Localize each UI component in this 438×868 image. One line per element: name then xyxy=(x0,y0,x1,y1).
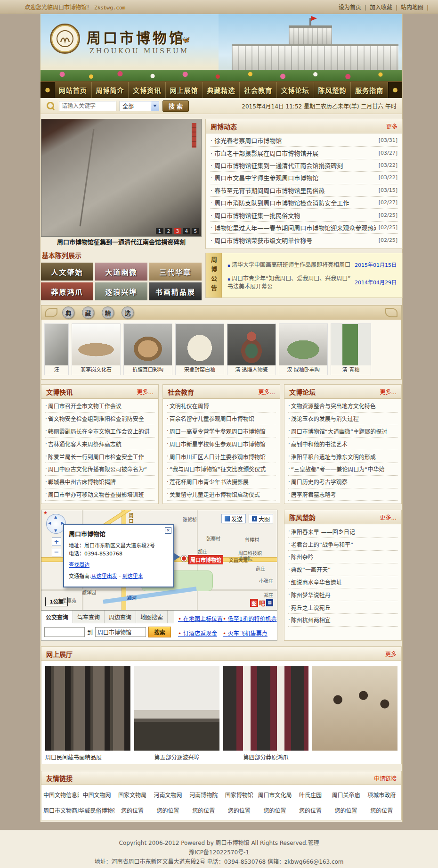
nav-item-education[interactable]: 社会教育 xyxy=(240,82,277,98)
list-item[interactable]: 韩丽霞副局长在全市文物工作会议上的讲 xyxy=(45,425,154,438)
tab-drive-query[interactable]: 驾车查询 xyxy=(73,611,105,623)
nav-item-forum[interactable]: 文博论坛 xyxy=(277,82,314,98)
list-item[interactable]: 淮阳平粮台遗址与豫东文明的形成 xyxy=(288,450,397,463)
list-item[interactable]: 郸城县中州古床博物馆揭牌 xyxy=(45,476,154,488)
news-item[interactable]: 周口市文昌中学师生参观周口市博物馆[03/22] xyxy=(211,172,397,184)
exhibit-tile[interactable]: 逐浪兴埠 xyxy=(95,282,147,300)
hotel-cashback-link[interactable]: 订酒店返现金 xyxy=(178,629,223,637)
nav-item-online-hall[interactable]: 网上展馆 xyxy=(166,82,203,98)
list-item[interactable]: 百余名留守儿童参观周口市博物馆 xyxy=(167,413,276,425)
add-favorite-link[interactable]: 加入收藏 xyxy=(370,4,392,11)
query-destination-input[interactable] xyxy=(95,627,146,637)
friend-link[interactable]: 中国文物网 xyxy=(79,791,115,799)
collection-item[interactable]: 裴李岗文化石 xyxy=(72,323,121,375)
collection-item[interactable]: 折腹直口彩陶 xyxy=(123,323,172,375)
query-from-input[interactable] xyxy=(44,627,85,637)
collection-item[interactable]: 清 透雕人物瓷 xyxy=(227,323,276,375)
slider-page-3[interactable]: 3 xyxy=(174,228,181,234)
news-slider-image[interactable]: 1 2 3 4 5 xyxy=(41,119,202,237)
news-item[interactable]: 周口市博物馆征集到一通清代江南会馆捐资碑刻[03/22] xyxy=(211,159,397,172)
announcement-item[interactable]: 清华大学中国画高研班师生作品展即将亮相周口2015年01月15日 xyxy=(227,260,397,268)
zoom-in-button[interactable]: + xyxy=(52,537,61,546)
manage-link[interactable]: 管理 xyxy=(308,840,319,846)
pan-down-icon[interactable]: ▼ xyxy=(54,529,57,533)
friend-link[interactable]: 周口市文化局 xyxy=(257,791,293,799)
list-item[interactable]: 陈爱兰局长一行到周口市检查安全工作 xyxy=(45,450,154,463)
friend-link[interactable]: 国家博物馆 xyxy=(221,791,257,799)
list-item[interactable]: 老君台上的“战争与和平” xyxy=(288,538,397,551)
friend-link[interactable]: 您的位置 xyxy=(292,806,328,814)
chenfeng-more-link[interactable]: 更多... xyxy=(380,513,397,521)
slider-page-1[interactable]: 1 xyxy=(156,228,163,234)
list-item[interactable]: 陈州杂吟 xyxy=(288,551,397,563)
friend-link[interactable]: 华威民俗博物苑 xyxy=(79,806,115,814)
nav-item-service[interactable]: 服务指南 xyxy=(351,82,388,98)
exhibit-tile[interactable]: 大道幽微 xyxy=(95,263,147,281)
list-item[interactable]: 典故“一画开天” xyxy=(288,563,397,576)
map-marker-label[interactable]: 周口市博物馆 xyxy=(188,555,223,564)
list-item[interactable]: 周口市博物馆“大道幽微”主题展的探讨 xyxy=(288,425,397,438)
nav-item-news[interactable]: 文博资讯 xyxy=(129,82,166,98)
map-fullview-button[interactable]: 大图 xyxy=(249,514,273,523)
friend-link[interactable]: 河南博物院 xyxy=(186,791,221,799)
list-item[interactable]: 周口市举办可移动文物普查摄影培训班 xyxy=(45,488,154,501)
gallery-photo[interactable] xyxy=(223,666,308,751)
list-item[interactable]: 周口历史的考古学观察 xyxy=(288,476,397,488)
slider-page-2[interactable]: 2 xyxy=(165,228,172,234)
search-category-select[interactable]: 全部 xyxy=(120,101,159,111)
collection-item[interactable]: 清 青釉 xyxy=(331,323,371,375)
column-more-link[interactable]: 更多... xyxy=(259,388,275,396)
news-item[interactable]: 市直老干部摄影展在周口市博物馆开展[03/27] xyxy=(211,147,397,159)
map-canvas[interactable]: ★ 张贺桥 张寨村 曾楼村 胡庄 薛庄 周口科技职业学院 小张庄 郑庄 颍河 希… xyxy=(41,510,277,611)
list-item[interactable]: “三皇故都”考——兼论周口为“中华始 xyxy=(288,463,397,476)
list-item[interactable]: 陈州杭州两相宜 xyxy=(288,614,397,627)
tab-bus-query[interactable]: 公交查询 xyxy=(41,611,73,623)
list-item[interactable]: 浅论玉衣的发展与消失过程 xyxy=(288,413,397,425)
nav-item-home[interactable]: 网站首页 xyxy=(55,82,92,98)
friend-link[interactable]: 国家文物局 xyxy=(114,791,150,799)
list-item[interactable]: 周口市召开全市文物工作会议 xyxy=(45,400,154,413)
friend-link[interactable]: 叶氏庄园 xyxy=(292,791,328,799)
friend-link[interactable]: 您的位置 xyxy=(221,806,257,814)
chevron-down-icon[interactable] xyxy=(151,101,159,111)
route-to-link[interactable]: 到这里来 xyxy=(122,573,143,579)
friend-link[interactable]: 您的位置 xyxy=(114,806,150,814)
news-item[interactable]: 周口市博物馆荣获市级文明单位称号[02/25] xyxy=(211,234,397,246)
news-item[interactable]: 博物馆里过大年——春节期间周口市博物馆迎来观众参观热潮[02/25] xyxy=(211,222,397,234)
list-item[interactable]: 周口市川汇区人口计生委参观市博物馆 xyxy=(167,450,276,463)
friend-link[interactable]: 项城市政府 xyxy=(364,791,399,799)
slider-page-4[interactable]: 4 xyxy=(183,228,190,234)
pan-up-icon[interactable]: ▲ xyxy=(54,515,57,519)
gallery-photo[interactable] xyxy=(312,666,397,751)
friend-link[interactable]: 您的位置 xyxy=(150,806,186,814)
list-item[interactable]: 文物资源整合与突出地方文化特色 xyxy=(288,400,397,413)
route-from-link[interactable]: 从这里出发 xyxy=(91,573,117,579)
news-item[interactable]: 徐光春考察周口市博物馆[03/31] xyxy=(211,134,397,147)
tab-map-search[interactable]: 地图搜索 xyxy=(136,611,168,623)
list-item[interactable]: 省文物安全检查组到淮阳检查消防安全 xyxy=(45,413,154,425)
list-item[interactable]: “我与周口市博物馆”征文比赛颁奖仪式 xyxy=(167,463,276,476)
announcement-item[interactable]: 周口市青少年“知我周口、爱我周口、兴我周口”书法美术展开幕公2014年04月29… xyxy=(227,274,397,290)
exhibit-tile[interactable]: 莽原鸿爪 xyxy=(41,282,93,300)
collection-item[interactable]: 汉 绿釉卧羊陶 xyxy=(279,323,328,375)
news-item[interactable]: 春节至元宵节期间周口市博物馆里民俗热[03/15] xyxy=(211,184,397,197)
ticket-office-link[interactable]: 火车飞机售票点 xyxy=(223,629,277,637)
list-item[interactable]: 淮阳春来早 ——回乡日记 xyxy=(288,525,397,538)
list-item[interactable]: 周口中原古文化传播有限公司被命名为“ xyxy=(45,463,154,476)
cheap-flight-link[interactable]: 低至1折的特价机票 xyxy=(223,614,277,622)
friend-link[interactable]: 周口关帝庙 xyxy=(328,791,364,799)
exhibit-tile[interactable]: 人文肇始 xyxy=(41,263,93,281)
friend-link[interactable]: 您的位置 xyxy=(328,806,364,814)
list-item[interactable]: 高钊中和他的书法艺术 xyxy=(288,438,397,450)
query-search-button[interactable]: 搜索 xyxy=(148,627,171,637)
apply-link[interactable]: 申请链接 xyxy=(374,774,397,782)
friend-link[interactable]: 中国文物信息网 xyxy=(43,791,79,799)
find-nearby-link[interactable]: 查找周边 xyxy=(69,562,89,568)
sitemap-link[interactable]: 站内地图 xyxy=(401,4,423,11)
exhibit-tile[interactable]: 三代华章 xyxy=(149,263,202,281)
friend-link[interactable]: 您的位置 xyxy=(364,806,399,814)
gallery-photo[interactable] xyxy=(134,666,219,751)
news-item[interactable]: 周口市消防支队到周口市博物馆检查消防安全工作[02/27] xyxy=(211,197,397,209)
gallery-more-link[interactable]: 更多 xyxy=(385,650,397,658)
search-button[interactable]: 搜索 xyxy=(162,100,189,112)
